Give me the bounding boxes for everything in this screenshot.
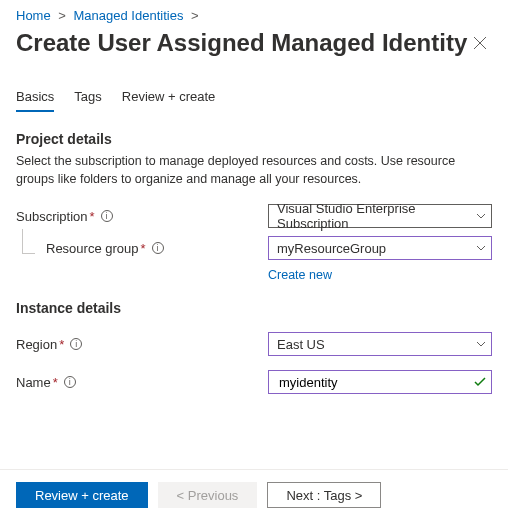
check-icon [474,377,486,387]
page-title: Create User Assigned Managed Identity [16,29,467,57]
breadcrumb-home[interactable]: Home [16,8,51,23]
project-details-heading: Project details [16,131,492,147]
footer: Review + create < Previous Next : Tags > [0,469,508,520]
region-value: East US [277,337,325,352]
close-icon [473,36,487,50]
subscription-value: Visual Studio Enterprise Subscription [277,201,467,231]
chevron-right-icon: > [191,8,199,23]
tab-review-create[interactable]: Review + create [122,83,216,112]
tab-basics[interactable]: Basics [16,83,54,112]
subscription-select[interactable]: Visual Studio Enterprise Subscription [268,204,492,228]
project-details-description: Select the subscription to manage deploy… [16,153,492,188]
name-label: Name* i [16,375,268,390]
subscription-label: Subscription* i [16,209,268,224]
resource-group-select[interactable]: myResourceGroup [268,236,492,260]
info-icon[interactable]: i [152,242,164,254]
previous-button: < Previous [158,482,258,508]
resource-group-value: myResourceGroup [277,241,386,256]
close-button[interactable] [468,31,492,55]
review-create-button[interactable]: Review + create [16,482,148,508]
breadcrumb: Home > Managed Identities > [16,8,492,23]
info-icon[interactable]: i [64,376,76,388]
info-icon[interactable]: i [101,210,113,222]
tabs: Basics Tags Review + create [16,83,492,113]
info-icon[interactable]: i [70,338,82,350]
next-button[interactable]: Next : Tags > [267,482,381,508]
name-input-wrapper [268,370,492,394]
name-input[interactable] [277,374,467,391]
create-new-link[interactable]: Create new [268,268,492,282]
resource-group-label: Resource group* i [16,241,268,256]
region-select[interactable]: East US [268,332,492,356]
chevron-right-icon: > [58,8,66,23]
tab-tags[interactable]: Tags [74,83,101,112]
breadcrumb-managed-identities[interactable]: Managed Identities [74,8,184,23]
region-label: Region* i [16,337,268,352]
instance-details-heading: Instance details [16,300,492,316]
